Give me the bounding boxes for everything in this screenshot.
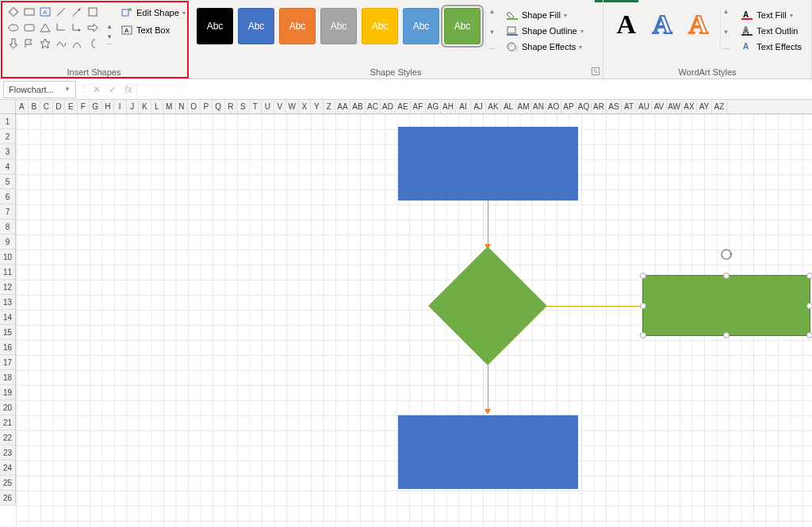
formula-input[interactable] xyxy=(136,81,812,98)
resize-handle[interactable] xyxy=(723,332,730,338)
row-header[interactable]: 4 xyxy=(0,159,16,174)
row-header[interactable]: 21 xyxy=(0,415,16,430)
column-header[interactable]: Q xyxy=(213,100,225,113)
column-header[interactable]: I xyxy=(114,100,127,113)
column-header[interactable]: B xyxy=(29,100,41,113)
shape-style-swatch-4[interactable]: Abc xyxy=(362,8,398,44)
flowchart-process-selected[interactable] xyxy=(642,275,810,336)
flowchart-process-bottom[interactable] xyxy=(398,415,578,489)
row-header[interactable]: 6 xyxy=(0,189,16,204)
row-header[interactable]: 25 xyxy=(0,475,16,491)
bracket-icon[interactable] xyxy=(86,36,100,51)
column-header[interactable]: P xyxy=(201,100,213,113)
shape-fill-button[interactable]: Shape Fill ▾ xyxy=(504,8,585,22)
column-header[interactable]: N xyxy=(176,100,189,113)
rotation-handle[interactable] xyxy=(719,247,733,262)
row-header[interactable]: 8 xyxy=(0,220,16,235)
column-header[interactable]: AW xyxy=(667,100,682,113)
row-header[interactable]: 9 xyxy=(0,235,16,250)
column-header[interactable]: AC xyxy=(366,100,381,113)
column-header[interactable]: AA xyxy=(335,100,350,113)
column-header[interactable]: J xyxy=(127,100,140,113)
row-header[interactable]: 20 xyxy=(0,400,16,415)
elbow-connector-icon[interactable] xyxy=(54,21,68,35)
shape-style-swatch-2[interactable]: Abc xyxy=(279,8,316,44)
column-header[interactable]: AV xyxy=(652,100,667,113)
wordart-style-1[interactable]: A xyxy=(611,8,642,41)
row-header[interactable]: 18 xyxy=(0,370,16,385)
insert-function-button[interactable]: fx xyxy=(121,84,136,95)
column-header[interactable]: AB xyxy=(350,100,366,113)
column-header[interactable]: AL xyxy=(501,100,516,113)
column-header[interactable]: AN xyxy=(531,100,546,113)
connector-bottom[interactable] xyxy=(488,365,488,411)
oval-shape-icon[interactable] xyxy=(6,21,21,35)
column-header[interactable]: AZ xyxy=(712,100,727,113)
resize-handle[interactable] xyxy=(640,332,646,338)
row-header[interactable]: 13 xyxy=(0,295,16,310)
accept-formula-button[interactable]: ✓ xyxy=(105,84,121,95)
line-shape-icon[interactable] xyxy=(54,5,68,19)
resize-handle[interactable] xyxy=(640,273,646,279)
resize-handle[interactable] xyxy=(806,303,812,309)
row-header[interactable]: 24 xyxy=(0,460,16,475)
resize-handle[interactable] xyxy=(723,273,730,279)
flag-shape-icon[interactable] xyxy=(22,36,36,51)
diamond-shape-icon[interactable] xyxy=(6,5,21,19)
column-header[interactable]: Z xyxy=(324,100,336,113)
row-header[interactable]: 11 xyxy=(0,265,16,280)
connector-right[interactable] xyxy=(547,306,642,307)
shape-style-gallery[interactable]: AbcAbcAbcAbcAbcAbcAbc xyxy=(197,8,481,44)
column-header[interactable]: W xyxy=(286,100,299,113)
column-header[interactable]: G xyxy=(90,100,102,113)
column-header[interactable]: AJ xyxy=(471,100,486,113)
column-header[interactable]: AR xyxy=(592,100,607,113)
row-header[interactable]: 10 xyxy=(0,250,16,265)
rounded-rect-icon[interactable] xyxy=(22,21,36,35)
cancel-formula-button[interactable]: ✕ xyxy=(89,84,105,95)
column-header[interactable]: A xyxy=(16,100,29,113)
shape-style-swatch-0[interactable]: Abc xyxy=(197,8,233,44)
column-header[interactable]: F xyxy=(78,100,90,113)
column-header[interactable]: AU xyxy=(637,100,652,113)
column-header[interactable]: E xyxy=(65,100,78,113)
column-header[interactable]: AS xyxy=(607,100,622,113)
column-header[interactable]: AE xyxy=(396,100,411,113)
shape-style-swatch-5[interactable]: Abc xyxy=(403,8,439,44)
column-header[interactable]: AI xyxy=(456,100,471,113)
column-header[interactable]: L xyxy=(151,100,164,113)
shape-style-swatch-1[interactable]: Abc xyxy=(238,8,274,44)
row-header[interactable]: 15 xyxy=(0,325,16,340)
column-header[interactable]: K xyxy=(139,100,151,113)
row-header[interactable]: 17 xyxy=(0,355,16,370)
column-header[interactable]: D xyxy=(53,100,66,113)
column-header[interactable]: AT xyxy=(622,100,637,113)
resize-handle[interactable] xyxy=(640,303,646,309)
shape-effects-button[interactable]: Shape Effects ▾ xyxy=(504,40,585,54)
column-header[interactable]: T xyxy=(250,100,262,113)
row-header[interactable]: 12 xyxy=(0,280,16,295)
column-header[interactable]: R xyxy=(225,100,238,113)
column-header[interactable]: AM xyxy=(516,100,531,113)
column-header[interactable]: O xyxy=(188,100,201,113)
column-header[interactable]: H xyxy=(102,100,115,113)
column-header[interactable]: AD xyxy=(381,100,396,113)
wordart-style-3[interactable]: A xyxy=(684,8,714,41)
elbow-arrow-icon[interactable] xyxy=(70,21,84,35)
row-header[interactable]: 3 xyxy=(0,144,16,159)
column-header[interactable]: AP xyxy=(561,100,576,113)
flowchart-process-top[interactable] xyxy=(398,127,578,200)
shape-style-swatch-6[interactable]: Abc xyxy=(444,8,481,44)
shape-style-swatch-3[interactable]: Abc xyxy=(320,8,357,44)
column-header[interactable]: S xyxy=(237,100,250,113)
star-shape-icon[interactable] xyxy=(38,36,52,51)
column-header[interactable]: AH xyxy=(441,100,456,113)
row-header[interactable]: 14 xyxy=(0,310,16,325)
shapes-gallery[interactable]: A xyxy=(5,3,102,64)
column-header[interactable]: M xyxy=(163,100,176,113)
row-header[interactable]: 1 xyxy=(0,114,16,129)
row-header[interactable]: 23 xyxy=(0,445,16,460)
text-box-button[interactable]: A Text Box xyxy=(117,22,189,38)
column-header[interactable]: U xyxy=(262,100,274,113)
gallery-scroll[interactable]: ▲▼ xyxy=(485,8,496,49)
